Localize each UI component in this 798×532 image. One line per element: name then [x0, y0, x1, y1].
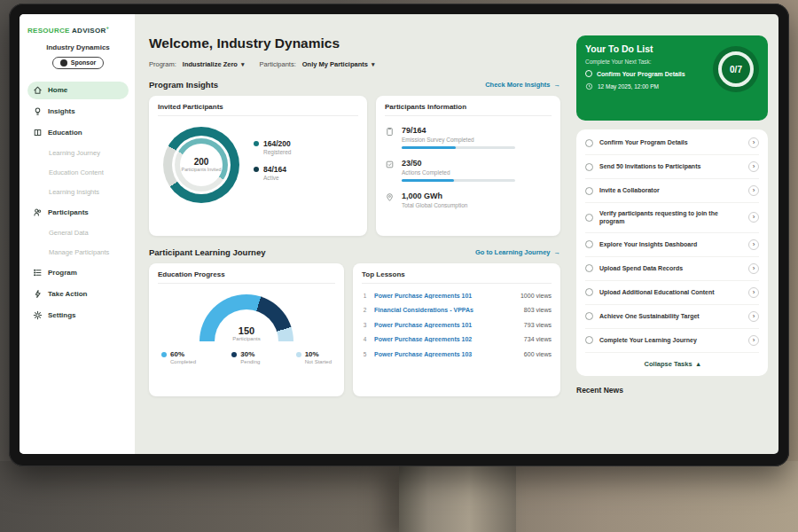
education-legend: 60% Completed 30% Pending	[158, 341, 335, 364]
sponsor-badge[interactable]: Sponsor	[52, 57, 104, 69]
invited-legend: 164/200 Registered 84/164 Active	[254, 139, 291, 191]
todo-progress-value: 0/7	[730, 65, 742, 74]
lesson-link[interactable]: Power Purchase Agreements 101	[374, 322, 518, 328]
chevron-right-icon[interactable]: ›	[748, 311, 759, 322]
right-panel: Your To Do List Complete Your Next Task:…	[573, 14, 778, 454]
task-row-explore-insights[interactable]: Explore Your Insights Dashboard ›	[585, 233, 759, 257]
invited-participants-card: Invited Participants 200 Participants In…	[149, 96, 367, 236]
donut-center-value: 200	[194, 157, 209, 167]
task-row-confirm-program-details[interactable]: Confirm Your Program Details ›	[585, 131, 759, 155]
task-checkbox-icon[interactable]	[585, 70, 592, 77]
participants-information-card: Participants Information 79/164 Emission…	[376, 96, 560, 236]
sidebar-item-insights[interactable]: Insights	[27, 103, 129, 121]
main-content: Welcome, Industry Dynamics Program: Indu…	[135, 14, 573, 454]
sidebar-nav: Home Insights Education Learning Journey…	[27, 82, 129, 325]
registered-dot	[254, 141, 259, 146]
task-checkbox-icon[interactable]	[585, 288, 593, 296]
task-row-invite-collaborator[interactable]: Invite a Collaborator ›	[585, 179, 759, 203]
donut-center-label: Participants Invited	[182, 167, 222, 172]
sidebar-item-manage-participants[interactable]: Manage Participants	[27, 245, 129, 261]
sidebar-item-general-data[interactable]: General Data	[27, 225, 129, 241]
pending-dot	[231, 352, 237, 357]
task-checkbox-icon[interactable]	[585, 264, 593, 272]
todo-tasks-card: Confirm Your Program Details › Send 50 I…	[576, 129, 768, 376]
lesson-link[interactable]: Financial Considerations - VPPAs	[374, 307, 518, 313]
gauge-center-value: 150	[200, 325, 293, 336]
task-checkbox-icon[interactable]	[585, 240, 593, 248]
task-checkbox-icon[interactable]	[585, 187, 593, 195]
consumption-icon	[385, 192, 395, 202]
org-name: Industry Dynamics	[27, 43, 129, 51]
program-insights-header: Program Insights Check More Insights →	[149, 80, 560, 90]
check-more-insights-link[interactable]: Check More Insights →	[485, 81, 560, 89]
section-title-learning-journey: Participant Learning Journey	[149, 247, 265, 257]
task-row-verify-participants[interactable]: Verify participants requesting to join t…	[585, 203, 759, 233]
sidebar-item-education[interactable]: Education	[27, 124, 129, 142]
program-insights-cards: Invited Participants 200 Participants In…	[149, 96, 560, 236]
program-icon	[33, 268, 43, 278]
insights-icon	[33, 106, 43, 116]
task-row-complete-learning-journey[interactable]: Complete Your Learning Journey ›	[585, 329, 759, 353]
chevron-right-icon[interactable]: ›	[748, 137, 759, 148]
sidebar-item-learning-insights[interactable]: Learning Insights	[27, 184, 129, 200]
home-icon	[33, 85, 43, 95]
sponsor-badge-label: Sponsor	[71, 59, 96, 66]
chevron-down-icon: ▾	[372, 61, 375, 68]
clock-icon	[585, 82, 593, 90]
task-checkbox-icon[interactable]	[585, 163, 593, 171]
lesson-row: 3 Power Purchase Agreements 101 793 view…	[362, 322, 552, 328]
todo-summary-card: Your To Do List Complete Your Next Task:…	[576, 35, 768, 121]
education-progress-card: Education Progress 150 Participants	[149, 263, 344, 396]
chevron-right-icon[interactable]: ›	[748, 185, 759, 196]
top-lessons-card: Top Lessons 1 Power Purchase Agreements …	[353, 263, 560, 396]
sidebar-item-take-action[interactable]: Take Action	[27, 286, 129, 303]
collapse-tasks-button[interactable]: Collapse Tasks ▴	[585, 353, 759, 374]
completed-dot	[161, 352, 167, 357]
sidebar-item-participants[interactable]: Participants	[27, 204, 129, 222]
go-to-learning-journey-link[interactable]: Go to Learning Journey →	[475, 248, 560, 256]
lesson-row: 1 Power Purchase Agreements 101 1000 vie…	[362, 293, 552, 299]
sidebar-item-home[interactable]: Home	[27, 82, 129, 99]
invited-participants-title: Invited Participants	[158, 103, 358, 116]
chevron-right-icon[interactable]: ›	[748, 263, 759, 274]
page-title: Welcome, Industry Dynamics	[149, 35, 560, 51]
chevron-right-icon[interactable]: ›	[748, 239, 759, 250]
learning-journey-header: Participant Learning Journey Go to Learn…	[149, 247, 560, 257]
sidebar-item-program[interactable]: Program	[27, 264, 129, 282]
gauge-center-label: Participants	[200, 336, 293, 341]
sidebar-item-settings[interactable]: Settings	[27, 307, 129, 325]
task-checkbox-icon[interactable]	[585, 214, 593, 222]
arrow-right-icon: →	[554, 81, 561, 89]
lesson-row: 2 Financial Considerations - VPPAs 803 v…	[362, 307, 552, 313]
task-checkbox-icon[interactable]	[585, 336, 593, 344]
sidebar-item-education-content[interactable]: Education Content	[27, 165, 129, 181]
chevron-right-icon[interactable]: ›	[748, 212, 759, 223]
logo-text-primary: RESOURCE	[27, 27, 70, 35]
lesson-link[interactable]: Power Purchase Agreements 103	[374, 351, 518, 357]
sidebar-item-learning-journey[interactable]: Learning Journey	[27, 145, 129, 161]
participants-select[interactable]: Only My Participants ▾	[302, 60, 375, 68]
task-row-achieve-sustainability-target[interactable]: Achieve One Sustainability Target ›	[585, 305, 759, 329]
lesson-link[interactable]: Power Purchase Agreements 102	[374, 336, 518, 342]
arrow-right-icon: →	[554, 248, 561, 256]
participants-icon	[33, 207, 43, 217]
task-checkbox-icon[interactable]	[585, 312, 593, 320]
chevron-right-icon[interactable]: ›	[748, 161, 759, 172]
task-row-upload-spend-data[interactable]: Upload Spend Data Records ›	[585, 257, 759, 281]
actions-icon	[385, 160, 395, 169]
active-dot	[254, 167, 259, 172]
lesson-link[interactable]: Power Purchase Agreements 101	[374, 293, 514, 299]
section-title-program-insights: Program Insights	[149, 80, 218, 90]
education-progress-gauge: 150 Participants	[200, 294, 293, 341]
todo-progress-ring: 0/7	[713, 46, 759, 92]
task-row-upload-educational-content[interactable]: Upload Additional Educational Content ›	[585, 281, 759, 305]
program-select[interactable]: Industrialize Zero ▾	[183, 60, 245, 68]
consumption-row: 1,000 GWh Total Global Consumption	[385, 192, 552, 208]
task-checkbox-icon[interactable]	[585, 139, 593, 147]
education-icon	[33, 128, 43, 137]
chevron-right-icon[interactable]: ›	[748, 287, 759, 298]
legend-item-registered: 164/200 Registered	[254, 139, 291, 155]
task-row-send-invitations[interactable]: Send 50 Invitations to Participants ›	[585, 155, 759, 179]
legend-item-pending: 30% Pending	[231, 350, 260, 364]
chevron-right-icon[interactable]: ›	[748, 335, 759, 346]
